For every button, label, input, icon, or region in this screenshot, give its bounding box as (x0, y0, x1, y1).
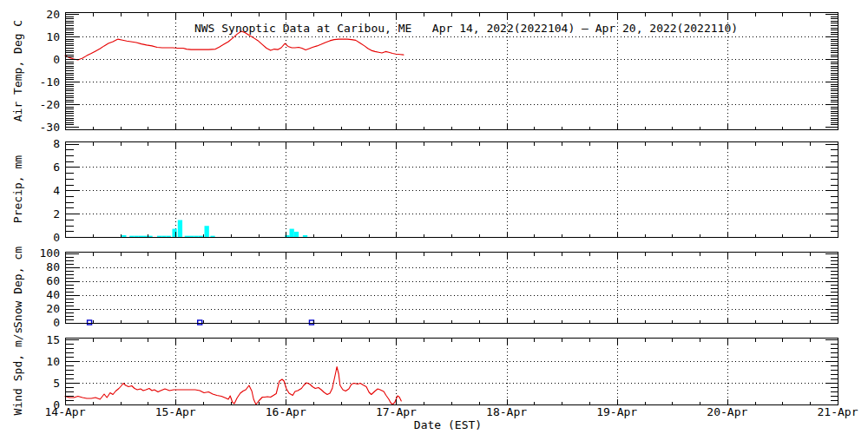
y-axis-title-snow-depth: Snow Dep, cm (11, 247, 24, 328)
precip-bar (129, 236, 134, 237)
precip-bar (148, 236, 152, 237)
x-tick-label: 19-Apr (596, 405, 637, 418)
precip-bar (194, 236, 198, 237)
nws-synoptic-plot-page: -30-20-1001020Air Temp, Deg C02468Precip… (0, 0, 868, 434)
y-tick-label: 0 (53, 231, 60, 244)
plot-title: NWS Synoptic Data at Caribou, ME Apr 14,… (194, 22, 738, 35)
y-axis-title-air-temp: Air Temp, Deg C (11, 20, 24, 122)
precip-bar (161, 236, 166, 237)
precip-bar (210, 236, 214, 237)
precip-bar (178, 220, 182, 237)
x-tick-label: 16-Apr (266, 405, 306, 418)
precip-bar (139, 236, 143, 237)
y-tick-label: 2 (53, 207, 60, 220)
y-tick-label: 0 (53, 53, 60, 66)
plot-background (0, 0, 868, 434)
x-tick-label: 20-Apr (707, 405, 747, 418)
y-tick-label: 8 (53, 137, 60, 150)
y-tick-label: 10 (46, 355, 60, 368)
precip-bar (134, 236, 138, 237)
y-tick-label: 60 (46, 274, 60, 287)
y-tick-label: -20 (40, 98, 60, 111)
y-tick-label: 20 (46, 302, 60, 315)
precip-bar (122, 235, 126, 237)
precip-bar (185, 236, 189, 237)
y-tick-label: 6 (53, 161, 60, 174)
x-tick-label: 15-Apr (155, 405, 196, 418)
precip-bar (199, 236, 203, 237)
precip-bar (157, 236, 161, 237)
precip-bar (205, 226, 209, 237)
y-tick-label: 80 (46, 260, 60, 273)
y-tick-label: 40 (46, 288, 60, 301)
y-tick-label: 20 (46, 8, 60, 21)
y-tick-label: 5 (53, 377, 60, 390)
x-tick-label: 18-Apr (486, 405, 527, 418)
synoptic-chart: -30-20-1001020Air Temp, Deg C02468Precip… (0, 0, 868, 434)
y-axis-title-wind-speed: Wind Spd, m/s (11, 327, 24, 416)
y-tick-label: 4 (53, 184, 60, 197)
y-tick-label: -30 (40, 121, 60, 134)
y-tick-label: 0 (53, 316, 60, 329)
x-tick-label: 21-Apr (818, 405, 858, 418)
precip-bar (303, 235, 307, 237)
x-tick-label: 17-Apr (376, 405, 417, 418)
y-axis-title-precip: Precip, mm (11, 155, 24, 223)
precip-bar (189, 236, 194, 237)
x-axis-title: Date (EST) (414, 418, 482, 431)
y-tick-label: 10 (46, 30, 60, 43)
precip-bar (290, 229, 294, 237)
precip-bar (167, 236, 171, 237)
y-tick-label: 15 (46, 333, 60, 346)
x-tick-label: 14-Apr (45, 405, 86, 418)
precip-bar (143, 236, 148, 237)
y-tick-label: 100 (40, 247, 60, 260)
y-tick-label: -10 (40, 76, 60, 89)
precip-bar (294, 232, 299, 237)
